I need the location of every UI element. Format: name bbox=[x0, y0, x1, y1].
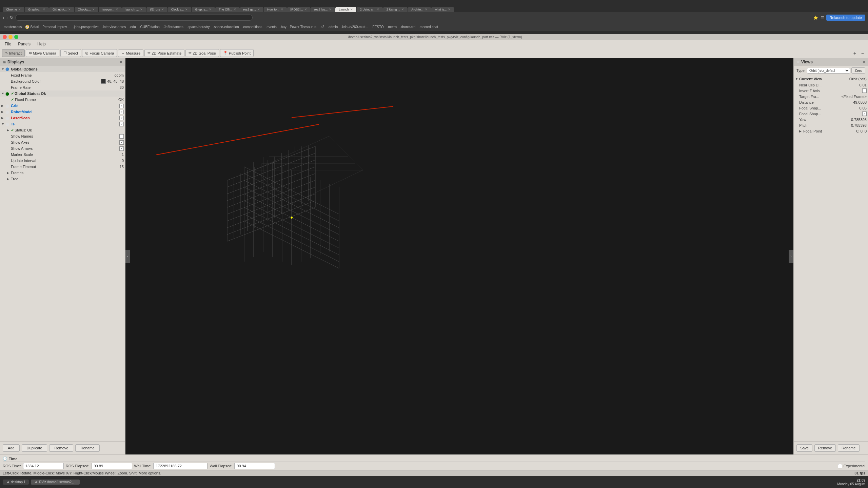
collapse-right-button[interactable]: › bbox=[789, 250, 793, 263]
laser-scan-checkbox[interactable]: ✓ bbox=[119, 116, 124, 120]
tab-ivoegor[interactable]: ivoegor...✕ bbox=[99, 7, 122, 12]
bookmark-safari[interactable]: 🧭 Safari bbox=[24, 25, 40, 29]
global-status-row[interactable]: ▼ ⬤ ✓ Global Status: Ok bbox=[0, 90, 125, 97]
near-clip-row[interactable]: Near Clip D... 0.01 bbox=[794, 82, 868, 88]
focal-shap1-row[interactable]: Focal Shap... 0.05 bbox=[794, 105, 868, 111]
remove-display-button[interactable]: Remove bbox=[49, 444, 73, 452]
tab-official[interactable]: The Offi...✕ bbox=[215, 7, 239, 12]
fixed-frame-row[interactable]: Fixed Frame odom bbox=[0, 72, 125, 78]
bookmark-cube[interactable]: .CUBEstation bbox=[138, 25, 161, 29]
tf-checkbox[interactable]: ✓ bbox=[119, 122, 124, 126]
tf-status-row[interactable]: ▶ ✓ Status: Ok bbox=[0, 127, 125, 133]
bookmark-kria[interactable]: .kria-kv260-mult... bbox=[340, 25, 369, 29]
show-arrows-checkbox[interactable]: ✓ bbox=[119, 146, 124, 151]
tab-launch[interactable]: launch_...✕ bbox=[122, 7, 146, 12]
tab-usings1[interactable]: 2 Using s...✕ bbox=[357, 7, 383, 12]
interact-button[interactable]: ↖ Interact bbox=[2, 49, 25, 57]
frames-row[interactable]: ▶ Frames bbox=[0, 170, 125, 176]
distance-row[interactable]: Distance 49.0508 bbox=[794, 99, 868, 105]
bookmark-personal[interactable]: Personal improv... bbox=[41, 25, 71, 29]
taskbar-item-rviz[interactable]: 🖥 RViz /home/user/ros2_... bbox=[31, 480, 80, 485]
bookmark-edu[interactable]: .edu bbox=[128, 25, 137, 29]
pitch-row[interactable]: Pitch 0.785398 bbox=[794, 122, 868, 128]
back-button[interactable]: ‹ bbox=[3, 15, 4, 20]
tab-ros2lau[interactable]: ros2 lau...✕ bbox=[311, 7, 335, 12]
marker-scale-row[interactable]: Marker Scale 1 bbox=[0, 151, 125, 158]
invert-z-row[interactable]: Invert Z Axis bbox=[794, 88, 868, 94]
grid-row[interactable]: ▶ ⬤ Grid ✓ bbox=[0, 103, 125, 109]
add-display-button[interactable]: Add bbox=[3, 444, 20, 452]
focal-point-row[interactable]: ▶ Focal Point 0; 0; 0 bbox=[794, 128, 868, 134]
measure-button[interactable]: ↔ Measure bbox=[118, 49, 143, 57]
bookmark-s2[interactable]: .s2 bbox=[319, 25, 325, 29]
tab-github[interactable]: Github #...✕ bbox=[49, 7, 74, 12]
views-panel-close[interactable]: ✕ bbox=[862, 60, 865, 64]
views-type-select[interactable]: Orbit (rviz_defaul bbox=[807, 68, 850, 74]
bookmark-admin[interactable]: .admin bbox=[327, 25, 339, 29]
bookmark-comp[interactable]: .competitions bbox=[241, 25, 263, 29]
status-fixed-frame-row[interactable]: ✓ Fixed Frame OK bbox=[0, 97, 125, 103]
show-axes-checkbox[interactable]: ✓ bbox=[119, 140, 124, 145]
bookmark-events[interactable]: .events bbox=[265, 25, 278, 29]
bookmark-mccord[interactable]: .mccord.chat bbox=[418, 25, 439, 29]
collapse-left-button[interactable]: ‹ bbox=[125, 250, 130, 263]
show-names-row[interactable]: Show Names bbox=[0, 133, 125, 139]
current-view-row[interactable]: ▼ Current View Orbit (rviz) bbox=[794, 76, 868, 82]
views-zero-button[interactable]: Zero bbox=[851, 67, 865, 74]
close-button[interactable] bbox=[3, 35, 7, 39]
focal-shap2-row[interactable]: Focal Shap... ✓ bbox=[794, 111, 868, 117]
taskbar-item-desktop[interactable]: 🖥 desktop 1 bbox=[3, 480, 29, 485]
wall-elapsed-input[interactable] bbox=[234, 463, 275, 469]
reload-button[interactable]: ↻ bbox=[10, 15, 13, 20]
tab-howto[interactable]: How to...✕ bbox=[264, 7, 287, 12]
tab-checkp[interactable]: Checkp...✕ bbox=[75, 7, 98, 12]
laser-scan-row[interactable]: ▶ ⬤ LaserScan ✓ bbox=[0, 115, 125, 121]
tab-tferrors[interactable]: tfErrors✕ bbox=[146, 7, 167, 12]
goal-pose-button[interactable]: ✏ 2D Goal Pose bbox=[185, 49, 219, 57]
ros-elapsed-input[interactable] bbox=[92, 463, 132, 469]
bookmark-interview[interactable]: .Interview-notes bbox=[101, 25, 127, 29]
tab-graphic[interactable]: Graphic...✕ bbox=[25, 7, 49, 12]
tab-clock[interactable]: Clock a...✕ bbox=[168, 7, 192, 12]
wall-time-input[interactable] bbox=[153, 463, 208, 469]
focal-shap2-checkbox[interactable]: ✓ bbox=[862, 111, 867, 116]
bookmark-metro[interactable]: .metro bbox=[386, 25, 398, 29]
tree-row[interactable]: ▶ Tree bbox=[0, 176, 125, 182]
views-remove-button[interactable]: Remove bbox=[814, 444, 836, 452]
focus-camera-button[interactable]: ◎ Focus Camera bbox=[82, 49, 117, 57]
add-tool-button[interactable]: + bbox=[851, 50, 858, 57]
bookmark-power-thesaurus[interactable]: Power Thesaurus bbox=[289, 25, 317, 29]
frame-timeout-row[interactable]: Frame Timeout 15 bbox=[0, 164, 125, 170]
show-axes-row[interactable]: Show Axes ✓ bbox=[0, 139, 125, 145]
bg-color-row[interactable]: Background Color 48; 48; 48 bbox=[0, 78, 125, 84]
tab-usings2[interactable]: 2 Using ...✕ bbox=[383, 7, 408, 12]
menu-file[interactable]: File bbox=[1, 41, 15, 47]
displays-panel-close[interactable]: ✕ bbox=[119, 60, 122, 64]
grid-checkbox[interactable]: ✓ bbox=[119, 104, 124, 108]
minimize-button[interactable] bbox=[8, 35, 13, 39]
robot-model-checkbox[interactable]: ✓ bbox=[119, 110, 124, 114]
bookmark-masterclass[interactable]: masterclass bbox=[3, 25, 23, 29]
tab-grep[interactable]: Grep: s...✕ bbox=[192, 7, 215, 12]
invert-z-checkbox[interactable] bbox=[862, 88, 867, 93]
remove-tool-button[interactable]: − bbox=[859, 50, 866, 57]
tab-whatis[interactable]: what is...✕ bbox=[431, 7, 454, 12]
viewport[interactable]: ‹ › bbox=[125, 58, 793, 454]
relaunch-button[interactable]: Relaunch to update bbox=[826, 15, 865, 21]
move-camera-button[interactable]: ⊕ Move Camera bbox=[26, 49, 59, 57]
bookmark-festo[interactable]: .FESTO bbox=[371, 25, 385, 29]
views-rename-button[interactable]: Rename bbox=[838, 444, 860, 452]
pose-estimate-button[interactable]: ✏ 2D Pose Estimate bbox=[144, 49, 184, 57]
duplicate-display-button[interactable]: Duplicate bbox=[22, 444, 47, 452]
show-arrows-row[interactable]: Show Arrows ✓ bbox=[0, 145, 125, 151]
select-button[interactable]: ☐ Select bbox=[60, 49, 81, 57]
experimental-checkbox[interactable] bbox=[838, 464, 842, 468]
tab-archite[interactable]: Archite...✕ bbox=[408, 7, 431, 12]
bookmark-space-edu[interactable]: .space-education bbox=[212, 25, 240, 29]
target-frame-row[interactable]: Target Fra... <Fixed Frame> bbox=[794, 94, 868, 99]
maximize-button[interactable] bbox=[14, 35, 18, 39]
menu-panels[interactable]: Panels bbox=[15, 41, 34, 47]
frame-rate-row[interactable]: Frame Rate 30 bbox=[0, 84, 125, 90]
update-interval-row[interactable]: Update Interval 0 bbox=[0, 158, 125, 164]
bookmark-drone[interactable]: .drone-ctrl bbox=[399, 25, 416, 29]
